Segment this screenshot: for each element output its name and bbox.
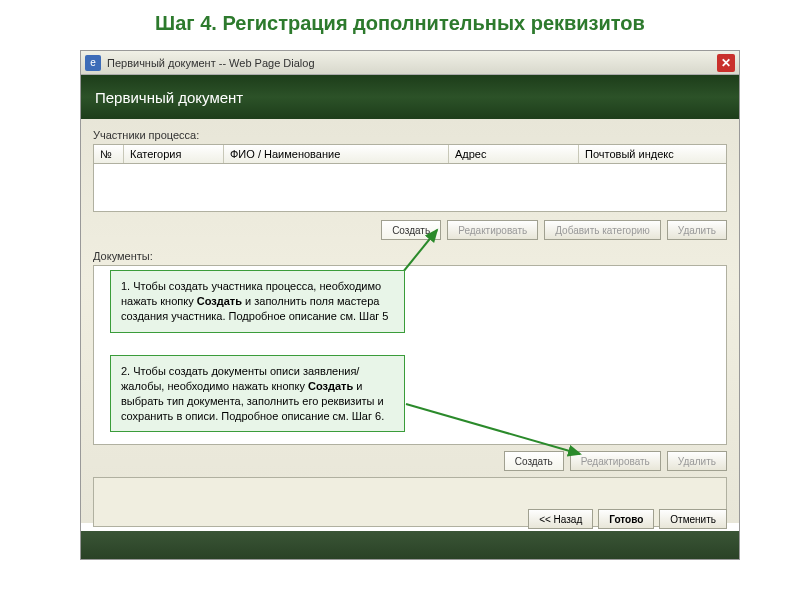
create-participant-button[interactable]: Создать: [381, 220, 441, 240]
col-index[interactable]: Почтовый индекс: [579, 145, 726, 163]
participants-table-header: № Категория ФИО / Наименование Адрес Поч…: [93, 144, 727, 164]
create-document-button[interactable]: Создать: [504, 451, 564, 471]
slide-title: Шаг 4. Регистрация дополнительных реквиз…: [0, 0, 800, 43]
documents-buttons: Создать Редактировать Удалить: [93, 451, 727, 471]
page-icon: e: [85, 55, 101, 71]
col-no[interactable]: №: [94, 145, 124, 163]
edit-participant-button[interactable]: Редактировать: [447, 220, 538, 240]
callout-1: 1. Чтобы создать участника процесса, нео…: [110, 270, 405, 333]
participants-label: Участники процесса:: [93, 129, 727, 141]
col-fio[interactable]: ФИО / Наименование: [224, 145, 449, 163]
callout-2: 2. Чтобы создать документы описи заявлен…: [110, 355, 405, 432]
back-button[interactable]: << Назад: [528, 509, 593, 529]
titlebar: e Первичный документ -- Web Page Dialog …: [81, 51, 739, 75]
callout-1-bold: Создать: [197, 295, 242, 307]
col-category[interactable]: Категория: [124, 145, 224, 163]
footer-band: [81, 531, 739, 559]
banner-title: Первичный документ: [95, 89, 243, 106]
cancel-button[interactable]: Отменить: [659, 509, 727, 529]
documents-label: Документы:: [93, 250, 727, 262]
edit-document-button[interactable]: Редактировать: [570, 451, 661, 471]
callout-2-bold: Создать: [308, 380, 353, 392]
add-category-button[interactable]: Добавить категорию: [544, 220, 661, 240]
participants-table-body[interactable]: [93, 164, 727, 212]
window-title: Первичный документ -- Web Page Dialog: [107, 57, 717, 69]
col-address[interactable]: Адрес: [449, 145, 579, 163]
banner: Первичный документ: [81, 75, 739, 119]
participants-buttons: Создать Редактировать Добавить категорию…: [93, 220, 727, 240]
delete-participant-button[interactable]: Удалить: [667, 220, 727, 240]
ready-button[interactable]: Готово: [598, 509, 654, 529]
delete-document-button[interactable]: Удалить: [667, 451, 727, 471]
close-icon[interactable]: ✕: [717, 54, 735, 72]
footer-buttons: << Назад Готово Отменить: [528, 509, 727, 529]
